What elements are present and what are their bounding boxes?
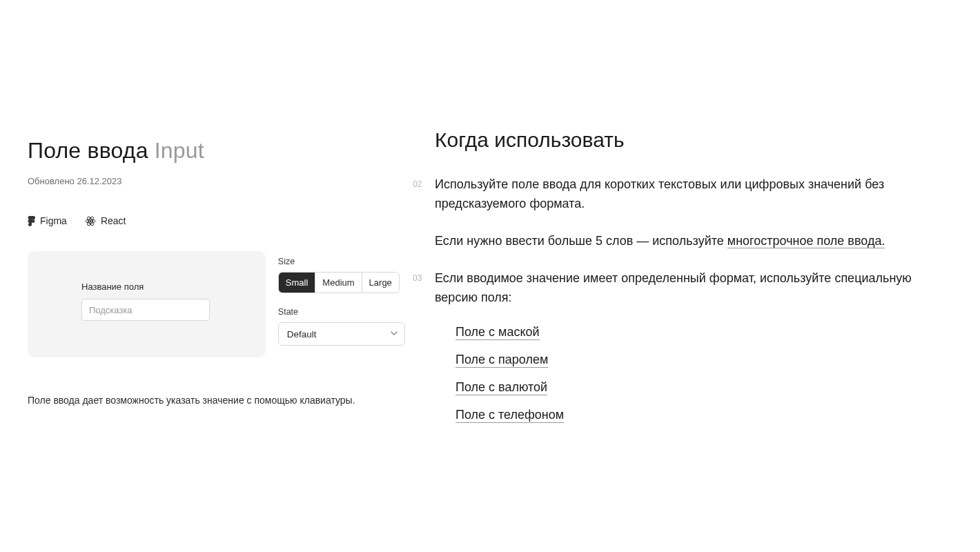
state-select[interactable]: Default [278, 322, 405, 346]
demo-preview: Название поля [28, 251, 266, 357]
state-select-value: Default [287, 329, 317, 339]
phone-field-link[interactable]: Поле с телефоном [455, 408, 564, 423]
demo-field-label: Название поля [81, 282, 266, 292]
page-title: Поле ввода Input [28, 138, 407, 164]
size-option-large[interactable]: Large [362, 273, 399, 293]
section-title-when-to-use: Когда использовать [435, 128, 959, 152]
figma-icon [28, 216, 35, 226]
react-link[interactable]: React [85, 215, 126, 226]
item-number-02: 02 [413, 178, 422, 191]
title-main: Поле ввода [28, 138, 148, 163]
currency-field-link[interactable]: Поле с валютой [455, 380, 547, 395]
demo-input[interactable] [81, 299, 210, 321]
svg-point-4 [90, 220, 92, 222]
size-option-small[interactable]: Small [279, 273, 316, 293]
figma-link-label: Figma [40, 215, 67, 226]
password-field-link[interactable]: Поле с паролем [455, 353, 548, 368]
size-segmented-control: Small Medium Large [278, 272, 400, 293]
size-option-medium[interactable]: Medium [315, 273, 362, 293]
figma-link[interactable]: Figma [28, 215, 67, 226]
react-icon [85, 216, 96, 226]
state-control-label: State [278, 307, 407, 317]
usage-paragraph-03: Если вводимое значение имеет определенны… [435, 271, 912, 304]
size-control-label: Size [278, 257, 407, 266]
lead-paragraph: Поле ввода дает возможность указать знач… [28, 395, 407, 406]
title-sub: Input [155, 138, 204, 163]
svg-point-0 [32, 219, 35, 223]
mask-field-link[interactable]: Поле с маской [455, 325, 540, 340]
multiline-input-link[interactable]: многострочное поле ввода. [727, 234, 885, 248]
usage-paragraph-02b-text: Если нужно ввести больше 5 слов — исполь… [435, 234, 727, 248]
usage-paragraph-02a: Используйте поле ввода для коротких текс… [435, 177, 884, 210]
react-link-label: React [101, 215, 126, 226]
special-field-list: Поле с маской Поле с паролем Поле с валю… [435, 325, 959, 423]
updated-date: Обновлено 26.12.2023 [28, 176, 407, 186]
item-number-03: 03 [413, 272, 422, 285]
